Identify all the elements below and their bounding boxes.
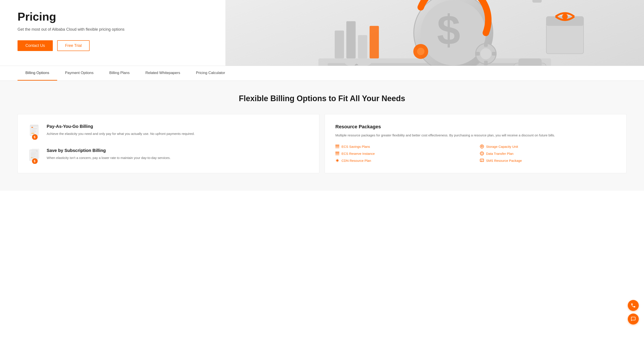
- list-icon: [335, 144, 339, 148]
- ecs-savings-plans-link[interactable]: ECS Savings Plans: [335, 144, 471, 148]
- page-title: Pricing: [18, 10, 127, 23]
- payg-title: Pay-As-You-Go Billing: [47, 124, 194, 129]
- svg-rect-11: [492, 52, 496, 56]
- tab-billing-options[interactable]: Billing Options: [18, 66, 57, 81]
- svg-rect-52: [335, 147, 339, 148]
- svg-rect-47: [32, 149, 39, 159]
- svg-rect-54: [335, 152, 339, 153]
- subscription-text: Save by Subscription Billing When elasti…: [47, 148, 171, 160]
- navigation-tabs: Billing Options Payment Options Billing …: [0, 66, 644, 81]
- subscription-item: $ Save by Subscription Billing When elas…: [28, 148, 309, 163]
- resource-packages-title: Resource Packages: [335, 124, 616, 130]
- svg-rect-28: [518, 58, 542, 66]
- svg-rect-18: [346, 21, 356, 58]
- svg-rect-66: [481, 161, 482, 161]
- svg-rect-34: [30, 125, 38, 127]
- hero-section: $: [0, 0, 644, 66]
- payg-icon: $: [28, 124, 42, 139]
- svg-rect-19: [358, 35, 367, 58]
- payg-desc: Achieve the elasticity you need and only…: [47, 131, 194, 136]
- data-transfer-plan-link[interactable]: Data Transfer Plan: [480, 151, 616, 155]
- tab-pricing-calculator[interactable]: Pricing Calculator: [188, 66, 233, 81]
- subscription-icon: $: [28, 148, 42, 163]
- storage-capacity-unit-link[interactable]: Storage Capacity Unit: [480, 144, 616, 148]
- storage-icon: [480, 144, 484, 148]
- payg-item: $ Pay-As-You-Go Billing Achieve the elas…: [28, 124, 309, 139]
- subscription-desc: When elasticity isn't a concern, pay a l…: [47, 155, 171, 160]
- contact-us-button[interactable]: Contact Us: [18, 40, 53, 51]
- svg-rect-37: [31, 131, 36, 132]
- svg-rect-55: [335, 153, 339, 154]
- cdn-icon: [335, 159, 339, 162]
- svg-rect-22: [532, 0, 542, 3]
- svg-rect-10: [475, 52, 480, 56]
- svg-rect-17: [335, 30, 344, 58]
- svg-rect-56: [335, 154, 339, 155]
- svg-rect-9: [484, 61, 488, 65]
- svg-rect-65: [481, 160, 483, 160]
- main-content: Flexible Billing Options to Fit All Your…: [0, 81, 644, 191]
- svg-rect-38: [31, 127, 33, 128]
- svg-text:$: $: [34, 135, 36, 139]
- cards-row: $ Pay-As-You-Go Billing Achieve the elas…: [18, 114, 626, 173]
- sms-resource-package-link[interactable]: SMS Resource Package: [480, 159, 616, 162]
- list-icon-2: [335, 151, 339, 155]
- svg-point-16: [562, 14, 568, 19]
- svg-rect-8: [484, 42, 488, 47]
- hero-illustration: $: [226, 0, 644, 66]
- svg-rect-36: [31, 130, 36, 130]
- hero-content: Pricing Get the most out of Alibaba Clou…: [18, 10, 127, 51]
- svg-point-58: [481, 153, 483, 154]
- cdn-resource-plan-link[interactable]: CDN Resource Plan: [335, 159, 471, 162]
- svg-rect-20: [370, 26, 379, 58]
- svg-point-57: [480, 152, 484, 155]
- transfer-icon: [480, 151, 484, 155]
- ecs-reserve-instance-link[interactable]: ECS Reserve Instance: [335, 151, 471, 155]
- svg-text:$: $: [355, 63, 358, 66]
- svg-rect-39: [31, 133, 34, 134]
- resource-packages-card: Resource Packages Multiple resource pack…: [325, 114, 626, 173]
- svg-point-7: [480, 48, 492, 59]
- svg-text:$: $: [437, 6, 460, 53]
- svg-rect-51: [335, 146, 339, 147]
- hero-buttons: Contact Us Free Trial: [18, 40, 127, 51]
- free-trial-button[interactable]: Free Trial: [57, 40, 90, 51]
- svg-rect-35: [31, 128, 37, 129]
- svg-point-13: [417, 48, 424, 55]
- tab-related-whitepapers[interactable]: Related Whitepapers: [138, 66, 188, 81]
- svg-text:$: $: [34, 159, 36, 163]
- tab-payment-options[interactable]: Payment Options: [57, 66, 102, 81]
- resource-packages-desc: Multiple resource packages for greater f…: [335, 133, 616, 138]
- subscription-title: Save by Subscription Billing: [47, 148, 171, 153]
- section-title: Flexible Billing Options to Fit All Your…: [18, 94, 626, 103]
- billing-options-card: $ Pay-As-You-Go Billing Achieve the elas…: [18, 114, 319, 173]
- payg-text: Pay-As-You-Go Billing Achieve the elasti…: [47, 124, 194, 136]
- tab-billing-plans[interactable]: Billing Plans: [102, 66, 138, 81]
- resource-links-grid: ECS Savings Plans Storage Capacity Unit: [335, 144, 616, 162]
- hero-subtitle: Get the most out of Alibaba Cloud with f…: [18, 26, 127, 32]
- svg-rect-50: [335, 145, 339, 146]
- sms-icon: [480, 159, 484, 162]
